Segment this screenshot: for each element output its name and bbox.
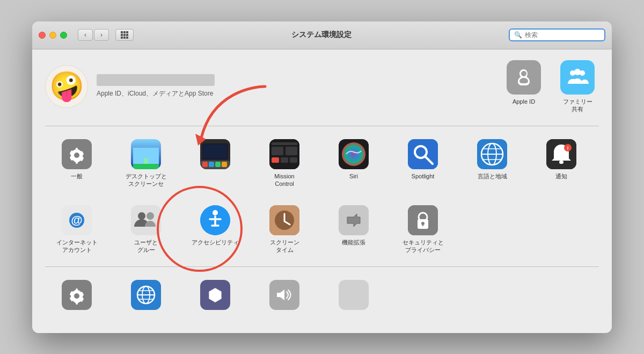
screentime-icon [269,205,299,235]
search-input[interactable] [525,31,600,39]
siri-label: Siri [349,172,358,180]
apple-id-label: Apple ID [513,98,535,105]
svg-point-40 [138,212,145,220]
titlebar: ‹ › システム環境設定 🔍 [32,21,612,49]
language-icon [477,139,507,169]
security-icon [408,205,438,235]
pref-item-users[interactable]: ユーザとグルー [114,201,178,258]
pref-item-language[interactable]: 言語と地域 [460,135,524,192]
family-icon [560,60,595,95]
accessibility-label: アクセシビリティ [192,239,239,246]
pref-item-extensions[interactable]: 機能拡張 [322,201,385,258]
back-button[interactable]: ‹ [78,29,93,41]
forward-button[interactable]: › [94,29,109,41]
grid-view-button[interactable] [115,29,134,41]
mission-label: MissionControl [274,172,294,188]
pref-item-dock[interactable] [184,135,247,192]
sound-icon [269,280,299,310]
gear2-icon [62,280,92,310]
internet-icon: @ [62,205,92,235]
bottom-row: ⬢ [45,276,599,317]
svg-rect-23 [408,139,438,169]
svg-text:@: @ [71,213,82,227]
pref-item-bluetooth[interactable]: ⬢ [184,276,247,317]
bluetooth-icon: ⬢ [200,280,230,310]
globe2-icon [131,280,161,310]
grid-rows-wrapper: 一般 デスクトップとスクリーンセ [45,135,599,317]
svg-rect-20 [290,157,297,163]
svg-rect-50 [422,223,423,226]
profile-info: Apple ID、iCloud、メディアとApp Store [97,74,215,98]
row1-grid: 一般 デスクトップとスクリーンセ [45,135,599,192]
mission-icon [269,139,299,169]
internet-label: インターネットアカウント [56,239,98,254]
users-label: ユーザとグルー [134,239,158,254]
pref-item-gear2[interactable] [45,276,108,317]
dock-icon [200,139,230,169]
general-label: 一般 [71,172,83,180]
security-label: セキュリティとプライバシー [402,239,444,254]
pref-item-notification[interactable]: ! 通知 [530,135,593,192]
svg-rect-39 [131,205,161,235]
notification-label: 通知 [555,172,567,180]
pref-item-spotlight[interactable]: Spotlight [391,135,455,192]
pref-item-internet[interactable]: @ インターネットアカウント [45,201,108,258]
pref-item-sound[interactable] [253,276,316,317]
svg-rect-18 [272,157,279,163]
svg-rect-5 [144,158,148,164]
svg-point-41 [147,212,154,220]
family-item[interactable]: ファミリー共有 [556,60,599,113]
traffic-lights [39,32,67,39]
svg-rect-15 [272,142,297,145]
spotlight-label: Spotlight [412,172,435,180]
pref-item-screentime[interactable]: スクリーンタイム [253,201,316,258]
nav-buttons: ‹ › [78,29,109,41]
profile-subtitle: Apple ID、iCloud、メディアとApp Store [97,89,215,98]
general-icon [62,139,92,169]
language-label: 言語と地域 [478,172,507,180]
apple-id-icon [507,60,541,95]
profile-name-bar [97,74,215,86]
notification-icon: ! [546,139,576,169]
grid-icon [121,31,128,39]
close-button[interactable] [39,32,46,39]
svg-rect-4 [133,164,159,169]
svg-rect-33 [559,161,564,164]
svg-rect-11 [222,162,227,167]
pref-item-accessibility[interactable]: アクセシビリティ [184,201,247,258]
family-label: ファミリー共有 [563,98,592,113]
pref-item-mission[interactable]: MissionControl [253,135,316,192]
svg-rect-9 [209,162,214,167]
avatar[interactable]: 🤪 [45,65,88,108]
svg-rect-13 [203,145,227,158]
top-right-icons: Apple ID ファミリー共有 [502,60,599,113]
svg-rect-16 [272,147,283,155]
svg-rect-10 [215,162,221,167]
maximize-button[interactable] [60,32,67,39]
accessibility-icon [200,205,230,235]
system-preferences-window: ‹ › システム環境設定 🔍 🤪 Apple ID、iCloud、メディアとAp… [32,21,612,333]
search-box[interactable]: 🔍 [509,28,605,41]
pref-item-globe2[interactable] [114,276,178,317]
pref-item-desktop[interactable]: デスクトップとスクリーンセ [114,135,178,192]
pref-item-general[interactable]: 一般 [45,135,108,192]
svg-point-22 [342,142,365,166]
profile-section: 🤪 Apple ID、iCloud、メディアとApp Store Apple I… [45,60,599,113]
screentime-label: スクリーンタイム [270,239,299,254]
desktop-icon [131,139,161,169]
spotlight-icon [408,139,438,169]
apple-id-item[interactable]: Apple ID [502,60,545,105]
divider [45,126,599,126]
svg-point-2 [580,70,585,76]
misc1-icon [339,280,369,310]
svg-rect-19 [281,157,288,163]
pref-item-misc1[interactable] [322,276,385,317]
pref-item-siri[interactable]: Siri [322,135,385,192]
extensions-icon [339,205,369,235]
pref-item-security[interactable]: セキュリティとプライバシー [391,201,455,258]
svg-rect-8 [202,162,208,167]
svg-point-1 [574,69,581,75]
window-title: システム環境設定 [138,30,504,40]
minimize-button[interactable] [49,32,56,39]
siri-icon [339,139,369,169]
